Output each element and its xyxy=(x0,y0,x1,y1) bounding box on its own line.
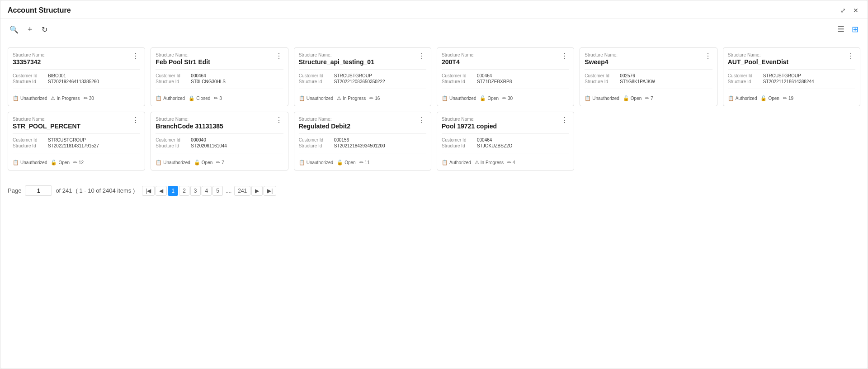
count-icon: ✏ xyxy=(359,160,363,166)
structure-id-row: Structure Id ST202211814311791527 xyxy=(13,143,140,148)
count-icon: ✏ xyxy=(507,160,511,166)
card-item[interactable]: Structure Name: STR_POOL_PERCENT ⋮ Custo… xyxy=(8,112,145,170)
card-menu-button[interactable]: ⋮ xyxy=(703,52,712,60)
card-header-left: Structure Name: Structure_api_testing_01 xyxy=(299,52,417,66)
structure-id-row: Structure Id ST0LCNG30HLS xyxy=(156,79,283,84)
structure-id-label: Structure Id xyxy=(299,79,330,84)
page-1-button[interactable]: 1 xyxy=(168,186,178,196)
count-badge: ✏ 12 xyxy=(73,160,84,166)
page-last-numbered-button[interactable]: 241 xyxy=(234,186,250,196)
structure-id-value: ST202121843934501200 xyxy=(334,143,385,148)
add-icon[interactable]: + xyxy=(26,23,34,36)
card-item[interactable]: Structure Name: Feb Pool Str1 Edit ⋮ Cus… xyxy=(151,47,288,106)
count-icon: ✏ xyxy=(369,95,373,101)
refresh-icon[interactable]: ↻ xyxy=(40,24,49,36)
lock-status-label: In Progress xyxy=(343,96,366,101)
structure-id-value: ST202211814311791527 xyxy=(48,143,99,148)
next-page-button[interactable]: ▶ xyxy=(251,186,263,196)
page-3-button[interactable]: 3 xyxy=(190,186,201,196)
customer-id-value: STRCUSTGROUP xyxy=(48,137,86,142)
count-icon: ✏ xyxy=(502,95,506,101)
prev-page-button[interactable]: ◀ xyxy=(156,186,167,196)
lock-status-badge: 🔓 Open xyxy=(480,95,498,101)
card-item[interactable]: Structure Name: Pool 19721 copied ⋮ Cust… xyxy=(437,112,574,170)
lock-status-icon: ⚠ xyxy=(51,95,55,101)
card-menu-button[interactable]: ⋮ xyxy=(560,52,569,60)
structure-id-row: Structure Id ST202121843934501200 xyxy=(299,143,426,148)
structure-name-value: AUT_Pool_EvenDist xyxy=(728,58,789,66)
page-input[interactable] xyxy=(25,185,52,196)
structure-id-row: Structure Id STZ1DZEBXRP8 xyxy=(442,79,569,84)
lock-status-label: Open xyxy=(344,160,355,165)
card-menu-button[interactable]: ⋮ xyxy=(417,117,426,124)
page-5-button[interactable]: 5 xyxy=(212,186,223,196)
auth-status-label: Authorized xyxy=(736,96,757,101)
last-page-button[interactable]: ▶| xyxy=(264,186,276,196)
auth-status-icon: 📋 xyxy=(442,160,448,166)
card-footer: 📋 Unauthorized ⚠ In Progress ✏ 16 xyxy=(299,93,426,101)
card-item[interactable]: Structure Name: Sweep4 ⋮ Customer Id 002… xyxy=(580,47,717,106)
card-info: Customer Id 000464 Structure Id STJOKUZB… xyxy=(442,133,569,153)
customer-id-label: Customer Id xyxy=(728,73,760,78)
card-menu-button[interactable]: ⋮ xyxy=(846,52,855,60)
card-header-left: Structure Name: 200T4 xyxy=(442,52,560,66)
card-menu-button[interactable]: ⋮ xyxy=(417,52,426,60)
card-menu-button[interactable]: ⋮ xyxy=(131,117,140,124)
auth-status-badge: 📋 Authorized xyxy=(442,160,471,166)
lock-status-icon: 🔓 xyxy=(194,160,200,166)
card-menu-button[interactable]: ⋮ xyxy=(274,117,283,124)
lock-status-badge: 🔓 Open xyxy=(760,95,779,101)
card-info: Customer Id STRCUSTGROUP Structure Id ST… xyxy=(13,133,140,153)
customer-id-label: Customer Id xyxy=(442,73,473,78)
structure-name-value: BranchCode 31131385 xyxy=(156,123,223,130)
structure-id-value: ST0LCNG30HLS xyxy=(191,79,226,84)
lock-status-badge: ⚠ In Progress xyxy=(337,95,366,101)
card-item[interactable]: Structure Name: 33357342 ⋮ Customer Id B… xyxy=(8,47,145,106)
customer-id-label: Customer Id xyxy=(299,73,330,78)
card-footer: 📋 Authorized 🔒 Closed ✏ 3 xyxy=(156,93,283,101)
card-header: Structure Name: STR_POOL_PERCENT ⋮ xyxy=(13,117,140,130)
auth-status-label: Unauthorized xyxy=(163,160,190,165)
card-menu-button[interactable]: ⋮ xyxy=(274,52,283,60)
resize-button[interactable]: ⤢ xyxy=(839,6,848,15)
customer-id-label: Customer Id xyxy=(299,137,330,142)
card-item[interactable]: Structure Name: Regulated Debit2 ⋮ Custo… xyxy=(294,112,431,170)
card-item[interactable]: Structure Name: 200T4 ⋮ Customer Id 0004… xyxy=(437,47,574,106)
auth-status-label: Unauthorized xyxy=(592,96,619,101)
structure-id-label: Structure Id xyxy=(299,143,330,148)
lock-status-label: Open xyxy=(202,160,212,165)
auth-status-icon: 📋 xyxy=(585,95,591,101)
customer-id-value: 000464 xyxy=(477,137,492,142)
card-header-left: Structure Name: STR_POOL_PERCENT xyxy=(13,117,131,130)
page-4-button[interactable]: 4 xyxy=(202,186,212,196)
card-header-left: Structure Name: 33357342 xyxy=(13,52,131,66)
count-icon: ✏ xyxy=(645,95,649,101)
customer-id-value: 000156 xyxy=(334,137,349,142)
customer-id-label: Customer Id xyxy=(585,73,616,78)
first-page-button[interactable]: |◀ xyxy=(142,186,155,196)
grid-view-button[interactable]: ⊞ xyxy=(850,23,860,36)
card-item[interactable]: Structure Name: AUT_Pool_EvenDist ⋮ Cust… xyxy=(723,47,860,106)
count-badge: ✏ 11 xyxy=(359,160,370,166)
card-menu-button[interactable]: ⋮ xyxy=(131,52,140,60)
card-item[interactable]: Structure Name: BranchCode 31131385 ⋮ Cu… xyxy=(151,112,288,170)
page-2-button[interactable]: 2 xyxy=(179,186,189,196)
structure-name-label: Structure Name: xyxy=(442,117,560,122)
card-menu-button[interactable]: ⋮ xyxy=(560,117,569,124)
count-value: 7 xyxy=(651,96,653,101)
card-header: Structure Name: 200T4 ⋮ xyxy=(442,52,569,66)
customer-id-row: Customer Id 000156 xyxy=(299,137,426,142)
structure-id-label: Structure Id xyxy=(585,79,616,84)
customer-id-label: Customer Id xyxy=(13,137,44,142)
count-icon: ✏ xyxy=(216,160,220,166)
lock-status-badge: ⚠ In Progress xyxy=(51,95,80,101)
card-header-left: Structure Name: Feb Pool Str1 Edit xyxy=(156,52,274,66)
search-icon[interactable]: 🔍 xyxy=(8,24,20,36)
title-bar-right: ⤢ ✕ xyxy=(839,6,860,15)
lock-status-label: In Progress xyxy=(57,96,80,101)
card-item[interactable]: Structure Name: Structure_api_testing_01… xyxy=(294,47,431,106)
customer-id-value: 000040 xyxy=(191,137,206,142)
structure-id-label: Structure Id xyxy=(442,143,473,148)
list-view-button[interactable]: ☰ xyxy=(835,23,846,36)
close-button[interactable]: ✕ xyxy=(851,6,860,15)
